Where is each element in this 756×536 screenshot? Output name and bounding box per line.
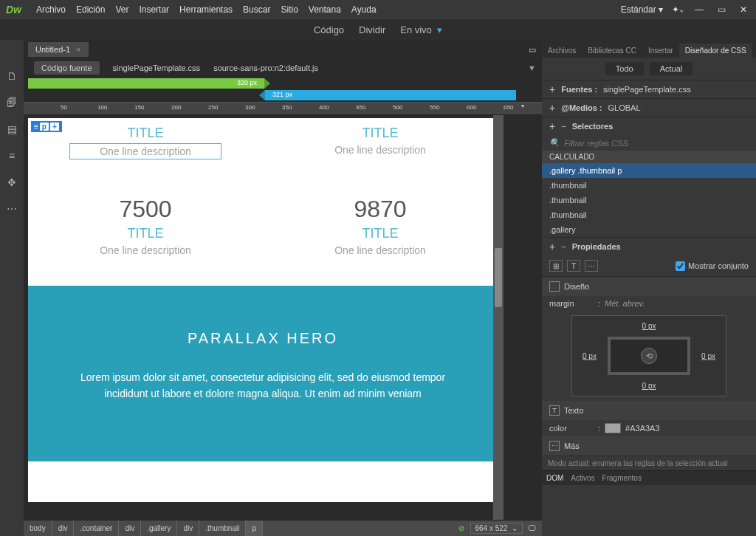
margin-bottom[interactable]: 0 px	[642, 382, 656, 390]
related-js[interactable]: source-sans-pro:n2:default.js	[213, 63, 318, 72]
thumbnail-1[interactable]: TITLE One line description	[43, 126, 248, 159]
add-selector-icon[interactable]: +	[549, 120, 555, 132]
crumb-div[interactable]: div	[177, 520, 199, 536]
margin-visualizer[interactable]: 0 px 0 px 0 px 0 px ⟲	[571, 315, 726, 396]
texto-header[interactable]: T Texto	[542, 401, 756, 420]
selector-row[interactable]: .thumbnail	[542, 193, 756, 207]
related-css[interactable]: singlePageTemplate.css	[113, 63, 201, 72]
layout-cat-icon[interactable]: ⊞	[549, 260, 563, 272]
show-set-input[interactable]	[676, 261, 685, 271]
crumb-div[interactable]: div	[52, 520, 75, 536]
tab-dom[interactable]: DOM	[546, 474, 563, 482]
margin-row[interactable]: margin : Mét. abrev.	[542, 296, 756, 311]
add-media-icon[interactable]: +	[549, 102, 555, 114]
view-code[interactable]: Código	[314, 24, 344, 35]
crumb-thumbnail[interactable]: .thumbnail	[199, 520, 246, 536]
window-options-icon[interactable]: ▭	[529, 45, 536, 55]
fuentes-row[interactable]: + Fuentes : singlePageTemplate.css	[542, 80, 756, 98]
crumb-gallery[interactable]: .gallery	[141, 520, 177, 536]
thumbnail-2[interactable]: TITLE One line description	[278, 126, 483, 159]
close-tab-icon[interactable]: ×	[76, 45, 80, 54]
files-icon[interactable]: 🗐	[5, 96, 18, 109]
crumb-div[interactable]: div	[119, 520, 141, 536]
view-split[interactable]: Dividir	[359, 24, 385, 35]
text-cat-icon[interactable]: T	[567, 260, 580, 272]
source-code-button[interactable]: Código fuente	[34, 61, 100, 75]
status-ok-icon[interactable]: ⊘	[458, 524, 464, 532]
menu-edicion[interactable]: Edición	[76, 4, 105, 15]
document-tab[interactable]: Untitled-1 ×	[28, 42, 89, 57]
margin-left[interactable]: 0 px	[583, 352, 597, 360]
tab-activos[interactable]: Activos	[571, 474, 594, 482]
thumbnail-3[interactable]: 7500 TITLE One line description	[43, 196, 248, 256]
selector-row[interactable]: .thumbnail	[542, 178, 756, 193]
code-icon[interactable]: ▤	[5, 123, 18, 136]
minimize-button[interactable]: —	[693, 4, 706, 15]
menu-ayuda[interactable]: Ayuda	[351, 4, 377, 15]
menu-sitio[interactable]: Sitio	[281, 4, 298, 15]
margin-top[interactable]: 0 px	[642, 322, 656, 330]
parallax-hero[interactable]: PARALLAX HERO Lorem ipsum dolor sit amet…	[28, 286, 498, 461]
more-cat-icon[interactable]: ⋯	[585, 260, 598, 272]
close-button[interactable]: ✕	[737, 4, 750, 15]
device-icon[interactable]: 🖵	[529, 524, 536, 532]
crumb-body[interactable]: body	[24, 520, 52, 536]
crumb-container[interactable]: .container	[74, 520, 119, 536]
selector-row[interactable]: .gallery	[542, 222, 756, 237]
thumbnail-4[interactable]: 9870 TITLE One line description	[278, 196, 483, 256]
selector-row[interactable]: .gallery .thumbnail p	[542, 163, 756, 178]
show-set-checkbox[interactable]: Mostrar conjunto	[676, 261, 749, 271]
canvas-scrollbar[interactable]	[493, 115, 504, 520]
element-badge[interactable]: ≡ p +	[31, 121, 62, 132]
tab-bibliotecas[interactable]: Bibliotecas CC	[582, 44, 642, 58]
filter-icon[interactable]: ▼	[528, 63, 536, 72]
add-property-icon[interactable]: +	[549, 241, 555, 252]
tab-insertar[interactable]: Insertar	[642, 44, 679, 58]
menu-ver[interactable]: Ver	[115, 4, 128, 15]
propiedades-row[interactable]: + − Propiedades	[542, 237, 756, 255]
medios-row[interactable]: + @Medios : GLOBAL	[542, 98, 756, 117]
maximize-button[interactable]: ▭	[715, 4, 728, 15]
list-icon[interactable]: ≡	[5, 149, 18, 162]
color-value[interactable]: #A3A3A3	[625, 424, 659, 433]
remove-selector-icon[interactable]: −	[561, 122, 566, 131]
menu-insertar[interactable]: Insertar	[139, 4, 169, 15]
move-icon[interactable]: ✥	[5, 176, 18, 189]
workspace-switcher[interactable]: Estándar ▾	[621, 4, 663, 15]
color-swatch[interactable]	[605, 423, 621, 433]
selectores-row[interactable]: + − Selectores	[542, 117, 756, 135]
menu-buscar[interactable]: Buscar	[243, 4, 270, 15]
scrollbar-thumb[interactable]	[495, 248, 502, 307]
diseno-header[interactable]: Diseño	[542, 277, 756, 296]
filter-selectors[interactable]: 🔍 Filtrar reglas CSS	[542, 135, 756, 151]
hamburger-icon[interactable]: ≡	[34, 123, 38, 131]
file-icon[interactable]: 🗋	[5, 69, 18, 83]
menu-ventana[interactable]: Ventana	[309, 4, 341, 15]
scrub-handle-icon[interactable]: ▾	[521, 103, 532, 113]
tab-archivos[interactable]: Archivos	[542, 44, 582, 58]
canvas-dimensions[interactable]: 664 x 522 ⌄	[470, 523, 523, 534]
live-canvas[interactable]: ≡ p + TITLE One line description TITLE O…	[28, 118, 498, 502]
media-query-320[interactable]: 320 px	[28, 78, 264, 89]
thumb-desc-selected[interactable]: One line description	[70, 144, 221, 159]
view-live[interactable]: En vivo ▾	[400, 24, 442, 35]
mas-header[interactable]: ⋯ Más	[542, 436, 756, 456]
menu-herramientas[interactable]: Herramientas	[179, 4, 233, 15]
remove-property-icon[interactable]: −	[561, 242, 566, 251]
more-icon[interactable]: ⋯	[5, 202, 18, 216]
crumb-p[interactable]: p	[246, 520, 263, 536]
link-values-icon[interactable]: ⟲	[641, 348, 657, 364]
subtab-actual[interactable]: Actual	[650, 62, 693, 75]
tab-fragmentos[interactable]: Fragmentos	[602, 474, 642, 482]
margin-shorthand[interactable]: Mét. abrev.	[605, 299, 645, 308]
margin-right[interactable]: 0 px	[701, 352, 715, 360]
subtab-todo[interactable]: Todo	[605, 62, 644, 75]
media-query-321[interactable]: 321 px	[265, 90, 516, 100]
color-row[interactable]: color : #A3A3A3	[542, 420, 756, 436]
add-source-icon[interactable]: +	[549, 83, 555, 95]
menu-archivo[interactable]: Archivo	[36, 4, 66, 15]
add-element-icon[interactable]: +	[50, 123, 59, 131]
sync-icon[interactable]: ✦₊	[672, 4, 684, 15]
selector-row[interactable]: .thumbnail	[542, 207, 756, 222]
tab-css-designer[interactable]: Diseñador de CSS	[679, 44, 752, 58]
